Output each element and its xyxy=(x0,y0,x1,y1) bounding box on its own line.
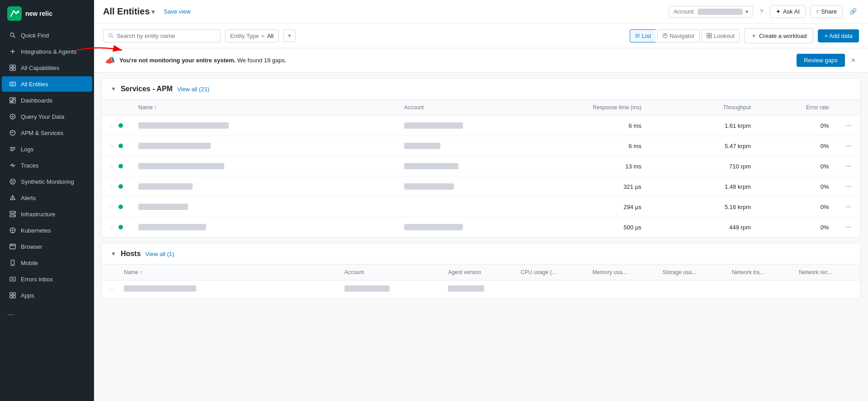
host-storage-cell xyxy=(656,280,725,297)
row-name-cell[interactable] xyxy=(131,116,397,136)
review-gaps-button[interactable]: Review gaps xyxy=(797,54,844,67)
star-icon[interactable]: ☆ xyxy=(109,224,115,231)
th-status xyxy=(117,100,131,116)
row-throughput-cell: 5.16 krpm xyxy=(649,197,758,217)
table-row: ☆ 13 ms 710 rpm 0% ··· xyxy=(102,156,860,177)
help-button[interactable]: ? xyxy=(758,6,765,17)
mobile-icon xyxy=(9,259,16,266)
banner-close-button[interactable]: × xyxy=(849,55,857,66)
row-more-button[interactable]: ··· xyxy=(844,161,853,171)
sidebar-item-label: All Capabilities xyxy=(21,65,59,71)
star-icon[interactable]: ☆ xyxy=(109,183,115,190)
row-more-button[interactable]: ··· xyxy=(844,222,853,232)
svg-rect-36 xyxy=(707,36,709,38)
row-name-cell[interactable] xyxy=(131,177,397,197)
row-throughput-cell: 710 rpm xyxy=(649,156,758,177)
star-icon[interactable]: ☆ xyxy=(109,122,115,129)
table-row: ☆ 294 μs 5.16 krpm 0% ··· xyxy=(102,197,860,217)
hosts-section: ▼ Hosts View all (1) Name ↑ Account Agen… xyxy=(101,243,861,299)
sidebar-item-mobile[interactable]: Mobile xyxy=(2,255,92,270)
ai-icon: ✦ xyxy=(776,8,781,15)
sidebar-item-all-entities[interactable]: All Entities xyxy=(2,76,92,92)
th-name: Name ↑ xyxy=(131,100,397,116)
grid-icon xyxy=(9,64,16,71)
apm-view-all-link[interactable]: View all (21) xyxy=(177,86,209,93)
entity-type-filter[interactable]: Entity Type = All xyxy=(225,29,278,42)
sidebar-item-label: Synthetic Monitoring xyxy=(21,178,74,185)
apm-section-header: ▼ Services - APM View all (21) xyxy=(102,79,860,100)
save-view-button[interactable]: Save view xyxy=(160,6,194,17)
th-error-rate: Error rate xyxy=(758,100,836,116)
sidebar-item-kubernetes[interactable]: Kubernetes xyxy=(2,223,92,238)
search-input[interactable] xyxy=(117,33,216,39)
star-icon[interactable]: ☆ xyxy=(109,142,115,149)
row-name-cell[interactable] xyxy=(131,136,397,156)
create-workload-button[interactable]: ＋ Create a workload xyxy=(744,28,814,43)
star-icon[interactable]: ☆ xyxy=(109,203,115,210)
sidebar-item-query-data[interactable]: Query Your Data xyxy=(2,109,92,124)
sidebar-item-dashboards[interactable]: Dashboards xyxy=(2,93,92,108)
sidebar-item-label: APM & Services xyxy=(21,130,63,136)
dashboard-icon xyxy=(9,97,16,104)
monitoring-banner: 📣 You're not monitoring your entire syst… xyxy=(94,48,868,73)
list-icon xyxy=(635,33,640,38)
view-list-button[interactable]: List xyxy=(630,29,656,42)
hosts-view-all-link[interactable]: View all (1) xyxy=(145,251,174,257)
sidebar-item-quick-find[interactable]: Quick Find xyxy=(2,28,92,43)
sidebar-item-apm[interactable]: APM & Services xyxy=(2,125,92,140)
row-error-cell: 0% xyxy=(758,197,836,217)
sidebar-item-browser[interactable]: Browser xyxy=(2,239,92,254)
svg-rect-8 xyxy=(10,98,12,101)
svg-rect-5 xyxy=(10,68,12,70)
sidebar-item-apps[interactable]: Apps xyxy=(2,288,92,303)
th-star xyxy=(102,100,117,116)
account-selector[interactable]: Account: ▾ xyxy=(669,6,753,18)
row-more-button[interactable]: ··· xyxy=(844,182,853,191)
sidebar-item-traces[interactable]: Traces xyxy=(2,158,92,173)
sidebar-item-label: Errors Inbox xyxy=(21,276,53,283)
sidebar-item-synthetic[interactable]: Synthetic Monitoring xyxy=(2,174,92,189)
svg-point-15 xyxy=(12,181,14,182)
row-response-cell: 294 μs xyxy=(524,197,649,217)
svg-rect-22 xyxy=(10,244,15,249)
sidebar-item-infrastructure[interactable]: Infrastructure xyxy=(2,206,92,222)
add-data-button[interactable]: + Add data xyxy=(818,29,859,42)
row-more-button[interactable]: ··· xyxy=(844,202,853,212)
link-button[interactable]: 🔗 xyxy=(847,6,859,17)
star-icon[interactable]: ☆ xyxy=(109,285,115,292)
row-more-button[interactable]: ··· xyxy=(844,121,853,131)
add-data-label: + Add data xyxy=(824,33,853,39)
row-account-cell xyxy=(397,136,524,156)
row-throughput-cell: 449 rpm xyxy=(649,217,758,238)
sidebar-more[interactable]: ... xyxy=(0,303,94,322)
row-throughput-cell: 1.48 krpm xyxy=(649,177,758,197)
view-navigator-button[interactable]: Navigator xyxy=(657,29,700,42)
sidebar-item-all-capabilities[interactable]: All Capabilities xyxy=(2,60,92,75)
apm-collapse-icon[interactable]: ▼ xyxy=(111,86,116,92)
row-name-cell[interactable] xyxy=(131,197,397,217)
sidebar-item-integrations[interactable]: Integrations & Agents xyxy=(2,44,92,59)
th-agent-version: Agent version xyxy=(441,265,514,280)
add-filter-button[interactable]: + xyxy=(283,29,296,42)
svg-rect-35 xyxy=(709,33,712,36)
hosts-collapse-icon[interactable]: ▼ xyxy=(111,251,116,257)
sidebar-item-label: Mobile xyxy=(21,260,38,266)
ask-ai-button[interactable]: ✦ Ask AI xyxy=(770,5,806,18)
view-lookout-button[interactable]: Lookout xyxy=(702,29,740,42)
svg-point-18 xyxy=(14,212,15,213)
title-chevron-icon: ▾ xyxy=(151,8,155,15)
share-button[interactable]: ↑ Share xyxy=(810,5,843,18)
svg-point-23 xyxy=(11,245,11,245)
row-more-button[interactable]: ··· xyxy=(844,141,853,151)
row-name-cell[interactable] xyxy=(131,156,397,177)
sidebar-item-alerts[interactable]: Alerts xyxy=(2,190,92,205)
row-error-cell: 0% xyxy=(758,136,836,156)
sidebar-item-logs[interactable]: Logs xyxy=(2,141,92,157)
create-workload-label: Create a workload xyxy=(759,33,807,39)
sidebar-item-label: Integrations & Agents xyxy=(21,48,77,55)
status-dot xyxy=(118,184,123,189)
row-name-cell[interactable] xyxy=(131,217,397,238)
sidebar-item-label: Dashboards xyxy=(21,97,52,104)
star-icon[interactable]: ☆ xyxy=(109,163,115,170)
sidebar-item-errors-inbox[interactable]: Errors Inbox xyxy=(2,271,92,287)
